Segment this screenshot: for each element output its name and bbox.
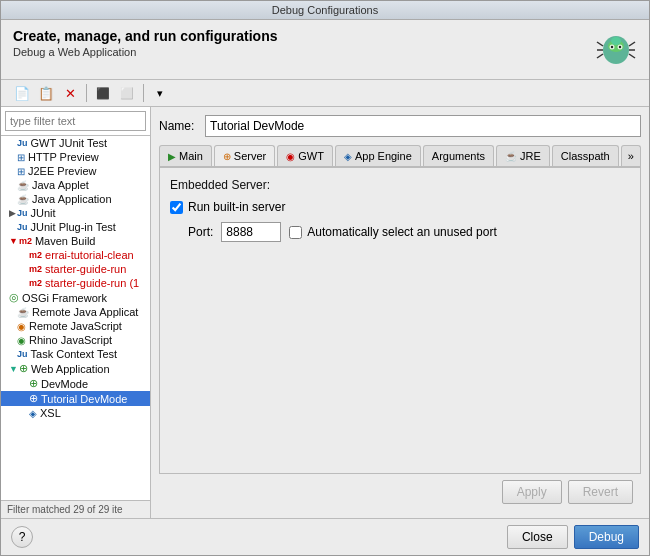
auto-select-checkbox[interactable] [289, 226, 302, 239]
item-label: Java Applet [32, 179, 89, 191]
list-item[interactable]: Ju JUnit Plug-in Test [1, 220, 150, 234]
collapse-button[interactable]: ⬜ [116, 82, 138, 104]
config-panel: Embedded Server: Run built-in server Por… [159, 167, 641, 474]
maven-icon: m2 [19, 236, 32, 246]
list-item[interactable]: ⊞ HTTP Preview [1, 150, 150, 164]
section-title: Embedded Server: [170, 178, 630, 192]
toolbar-sep-2 [143, 84, 144, 102]
right-panel: Name: ▶ Main ⊕ Server ◉ GWT ◈ [151, 107, 649, 518]
list-item[interactable]: ▼ ⊕ Web Application [1, 361, 150, 376]
close-button[interactable]: Close [507, 525, 568, 549]
delete-button[interactable]: ✕ [59, 82, 81, 104]
tab-classpath[interactable]: Classpath [552, 145, 619, 166]
window-title: Debug Configurations [272, 4, 378, 16]
filter-input[interactable] [5, 111, 146, 131]
list-item[interactable]: m2 starter-guide-run (1 [1, 276, 150, 290]
item-label: Remote Java Applicat [32, 306, 138, 318]
run-builtin-server-checkbox[interactable] [170, 201, 183, 214]
port-row: Port: Automatically select an unused por… [188, 222, 630, 242]
junit-plugin-icon: Ju [17, 222, 28, 232]
list-item[interactable]: m2 errai-tutorial-clean [1, 248, 150, 262]
remote-js-icon: ◉ [17, 321, 26, 332]
filter-button[interactable]: ⬛ [92, 82, 114, 104]
jre-tab-icon: ☕ [505, 151, 517, 162]
main-tab-icon: ▶ [168, 151, 176, 162]
list-item[interactable]: m2 starter-guide-run [1, 262, 150, 276]
j2ee-icon: ⊞ [17, 166, 25, 177]
tab-server[interactable]: ⊕ Server [214, 145, 275, 167]
auto-select-label: Automatically select an unused port [307, 225, 496, 239]
list-item[interactable]: ▼ m2 Maven Build [1, 234, 150, 248]
list-item[interactable]: Ju GWT JUnit Test [1, 136, 150, 150]
list-item[interactable]: ☕ Java Application [1, 192, 150, 206]
item-label: starter-guide-run [45, 263, 126, 275]
name-input[interactable] [205, 115, 641, 137]
xsl-icon: ◈ [29, 408, 37, 419]
svg-line-4 [597, 42, 603, 46]
maven-item-icon: m2 [29, 264, 42, 274]
ju-icon: Ju [17, 138, 28, 148]
footer-action-buttons: Close Debug [507, 525, 639, 549]
tab-app-engine-label: App Engine [355, 150, 412, 162]
new-config-button[interactable]: 📄 [11, 82, 33, 104]
apply-revert-buttons: Apply Revert [159, 474, 641, 510]
tab-app-engine[interactable]: ◈ App Engine [335, 145, 421, 166]
list-item[interactable]: ◉ Rhino JavaScript [1, 333, 150, 347]
item-label: OSGi Framework [22, 292, 107, 304]
list-item[interactable]: ◉ Remote JavaScript [1, 319, 150, 333]
auto-check-row: Automatically select an unused port [289, 225, 496, 239]
expand-arrow-icon: ▶ [9, 208, 16, 218]
port-input[interactable] [221, 222, 281, 242]
tree: Ju GWT JUnit Test ⊞ HTTP Preview ⊞ J2EE … [1, 136, 150, 500]
collapse-icon: ⬜ [120, 87, 134, 100]
new-icon: 📄 [14, 86, 30, 101]
svg-point-13 [619, 46, 621, 48]
list-item-selected[interactable]: ⊕ Tutorial DevMode [1, 391, 150, 406]
duplicate-icon: 📋 [38, 86, 54, 101]
tab-gwt-label: GWT [298, 150, 324, 162]
apply-button[interactable]: Apply [502, 480, 562, 504]
item-label: starter-guide-run (1 [45, 277, 139, 289]
web-app-icon: ⊕ [19, 362, 28, 375]
tab-jre[interactable]: ☕ JRE [496, 145, 550, 166]
list-item[interactable]: ⊕ DevMode [1, 376, 150, 391]
tab-main[interactable]: ▶ Main [159, 145, 212, 166]
link-button[interactable]: ▾ [149, 82, 171, 104]
item-label: Java Application [32, 193, 112, 205]
debug-button[interactable]: Debug [574, 525, 639, 549]
svg-point-12 [611, 46, 613, 48]
name-label: Name: [159, 119, 199, 133]
list-item[interactable]: ☕ Remote Java Applicat [1, 305, 150, 319]
item-label: errai-tutorial-clean [45, 249, 134, 261]
title-bar: Debug Configurations [1, 1, 649, 20]
revert-button[interactable]: Revert [568, 480, 633, 504]
delete-icon: ✕ [65, 86, 76, 101]
filter-icon: ⬛ [96, 87, 110, 100]
list-item[interactable]: ▶ Ju JUnit [1, 206, 150, 220]
duplicate-button[interactable]: 📋 [35, 82, 57, 104]
footer: ? Close Debug [1, 518, 649, 555]
task-context-icon: Ju [17, 349, 28, 359]
list-item[interactable]: ☕ Java Applet [1, 178, 150, 192]
tab-arguments[interactable]: Arguments [423, 145, 494, 166]
toolbar-sep-1 [86, 84, 87, 102]
help-icon: ? [19, 530, 26, 544]
tab-more-button[interactable]: » [621, 145, 641, 166]
tab-gwt[interactable]: ◉ GWT [277, 145, 333, 166]
item-label: Tutorial DevMode [41, 393, 127, 405]
item-label: Web Application [31, 363, 110, 375]
junit-icon: Ju [17, 208, 28, 218]
tab-jre-label: JRE [520, 150, 541, 162]
help-button[interactable]: ? [11, 526, 33, 548]
list-item[interactable]: Ju Task Context Test [1, 347, 150, 361]
list-item[interactable]: ◈ XSL [1, 406, 150, 420]
devmode-icon: ⊕ [29, 377, 38, 390]
expand-arrow-icon: ▼ [9, 236, 18, 246]
osgi-icon: ◎ [9, 291, 19, 304]
item-label: HTTP Preview [28, 151, 99, 163]
list-item[interactable]: ◎ OSGi Framework [1, 290, 150, 305]
list-item[interactable]: ⊞ J2EE Preview [1, 164, 150, 178]
svg-line-9 [629, 54, 635, 58]
svg-point-3 [611, 37, 621, 45]
header: Create, manage, and run configurations D… [1, 20, 649, 79]
